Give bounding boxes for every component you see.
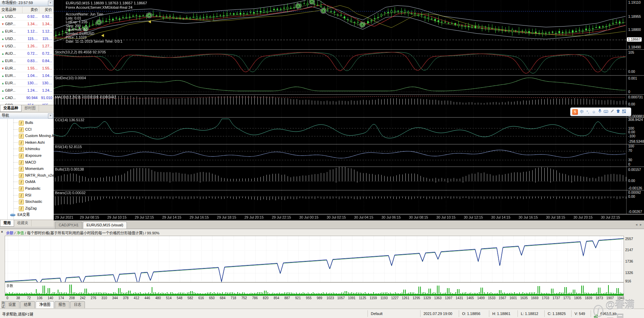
table-row[interactable]: ▲CAD...90.94491.010 — [0, 94, 54, 102]
sidebar-item-ZigZag[interactable]: fZigZag — [0, 205, 54, 212]
tab-EURUSD,M15 (visual)[interactable]: EURUSD,M15 (visual) — [83, 222, 127, 229]
pane-canvas[interactable] — [54, 167, 626, 190]
tab-设置[interactable]: 设置 — [5, 301, 19, 308]
table-row[interactable]: ▲AUD...0.72...0.72... — [0, 50, 54, 57]
tab-净值图[interactable]: 净值图 — [36, 301, 54, 308]
indicator-pane-cci[interactable]: CCI(14) 136.5132308.94241000.00-100-258.… — [54, 118, 644, 144]
sidebar-item-RSI[interactable]: fRSI — [0, 192, 54, 198]
up-arrow-icon: ▲ — [1, 80, 5, 87]
tester-axis-label: 820 — [263, 296, 268, 300]
lots-histogram-canvas[interactable] — [5, 283, 624, 296]
sidebar-item-iExposure[interactable]: fiExposure — [0, 152, 54, 159]
sidebar-item-Stochastic[interactable]: fStochastic — [0, 198, 54, 205]
price-scale[interactable]: 0.0010 — [626, 76, 644, 94]
table-row[interactable]: ▼GBP...1.34...1.34... — [0, 20, 54, 28]
sidebar-item-NRTR_Rosh_v2e[interactable]: fNRTR_Rosh_v2e — [0, 172, 54, 179]
sidebar-item-label: MACD — [25, 159, 36, 166]
sidebar-item-label: iExposure — [25, 152, 42, 159]
tester-axis-label: 38 — [16, 296, 20, 300]
pane-canvas[interactable] — [54, 95, 626, 117]
indicator-function-icon: f — [19, 121, 24, 126]
indicator-pane-bulls[interactable]: Bulls(13) 0.001380.001570.00-0.00126 — [54, 167, 644, 190]
close-icon[interactable]: × — [48, 113, 53, 119]
table-row[interactable]: ▲USD...115....115.... — [0, 35, 54, 43]
pane-canvas[interactable] — [54, 190, 626, 214]
balance-chart-canvas[interactable] — [5, 236, 624, 282]
price-scale[interactable]: 0.001570.00-0.00126 — [626, 167, 644, 190]
tab-日志[interactable]: 日志 — [70, 301, 85, 308]
sogou-logo-icon[interactable]: S — [572, 109, 578, 115]
keyboard-icon[interactable] — [604, 108, 608, 116]
tree-stub — [13, 201, 18, 202]
sidebar-item-Bulls[interactable]: fBulls — [0, 120, 54, 126]
indicator-label: RSI(14) 52.8115 — [55, 145, 82, 149]
sidebar-item-OsMA[interactable]: fOsMA — [0, 179, 54, 185]
indicator-pane-stddev[interactable]: StdDev(10) 0.00040.0010 — [54, 76, 644, 95]
navigator-title-text: 导航 — [2, 113, 9, 118]
column-bid[interactable]: 卖价 — [22, 6, 39, 13]
tab-scroll-right-icon[interactable]: ► — [639, 223, 642, 226]
column-symbol[interactable]: 交易品种 — [0, 6, 22, 13]
ea-info-line: Date: 11-11-2019 Server Time: 0:0:1 — [66, 39, 122, 43]
close-icon[interactable]: × — [48, 1, 53, 6]
table-row[interactable]: ▲USD...0.92...0.92... — [0, 13, 54, 20]
column-ask[interactable]: 买价 — [39, 6, 54, 13]
table-row[interactable]: ▲EUR...130....130.... — [0, 80, 54, 87]
table-row[interactable]: ▲EUR...1.04...1.04... — [0, 72, 54, 80]
sidebar-item-MACD[interactable]: fMACD — [0, 159, 54, 166]
lots-histogram-pane[interactable]: 手数 — [5, 282, 624, 296]
market-watch-tabs: 交易品种即时图 — [0, 105, 54, 112]
tab-CADJPY,H1[interactable]: CADJPY,H1 — [55, 222, 82, 229]
price-scale[interactable]: 308.94241000.00-100-258.5348 — [626, 118, 644, 144]
chart-area[interactable]: 1.191101.189551.188001.184901.18667Stoch… — [54, 0, 644, 229]
toolbox-grid-icon[interactable] — [622, 108, 626, 116]
pane-canvas[interactable] — [54, 50, 626, 75]
tab-结果[interactable]: 结果 — [20, 301, 35, 308]
symbol-cell: ▲GBP... — [0, 87, 22, 94]
chinese-mode-icon[interactable]: 中 — [580, 108, 584, 116]
table-row[interactable]: ▼EUR...1.55...1.55... — [0, 65, 54, 72]
pane-canvas[interactable] — [54, 0, 626, 49]
price-scale[interactable]: 0.000920.00-0.00267 — [626, 190, 644, 214]
table-row[interactable]: ▲EUR...0.83...0.84... — [0, 57, 54, 65]
table-row[interactable]: ▲GBP...1.24...1.24... — [0, 87, 54, 94]
sidebar-item-Momentum[interactable]: fMomentum — [0, 166, 54, 172]
indicator-pane-bears[interactable]: Bears(13) 0.000320.000920.00-0.00267 — [54, 190, 644, 214]
table-row[interactable]: ▲EUR...1.12...1.12... — [0, 28, 54, 35]
punctuation-icon[interactable]: °, — [586, 108, 590, 116]
microphone-icon[interactable] — [598, 108, 602, 116]
indicator-pane-macd[interactable]: MACD(12,26,9) -0.000199 -0.0004430.00073… — [54, 95, 644, 118]
sidebar-item-Heiken Ashi[interactable]: fHeiken Ashi — [0, 139, 54, 146]
sidebar-item-ea[interactable]: EA交易 — [0, 212, 54, 218]
balance-chart-pane[interactable] — [5, 236, 624, 282]
tab-交易品种[interactable]: 交易品种 — [0, 105, 21, 112]
pane-canvas[interactable] — [54, 144, 626, 167]
tester-axis-label: 887 — [284, 296, 290, 300]
table-row[interactable]: ▼USD...1.26...1.27... — [0, 43, 54, 50]
indicator-pane-price[interactable]: 1.191101.189551.188001.184901.18667 — [54, 0, 644, 50]
tab-即时图[interactable]: 即时图 — [21, 105, 39, 111]
indicator-pane-stoch[interactable]: Stoch(10,2,2) 89.4558 92.97051050.00 — [54, 50, 644, 76]
sidebar-item-Custom Moving Average[interactable]: fCustom Moving Average — [0, 133, 54, 139]
close-icon[interactable]: × — [1, 230, 3, 234]
tester-axis-label: 1295 — [413, 296, 420, 300]
time-axis-label: 30 Jul 18:15 — [546, 215, 565, 219]
sidebar-item-Parabolic[interactable]: fParabolic — [0, 185, 54, 192]
skin-icon[interactable] — [616, 108, 620, 116]
tab-收藏夹[interactable]: 收藏夹 — [14, 220, 32, 226]
sidebar-item-Ichimoku[interactable]: fIchimoku — [0, 146, 54, 152]
price-scale[interactable]: 1.191101.189551.188001.184901.18667 — [626, 0, 644, 49]
price-scale[interactable]: 10070300 — [626, 144, 644, 167]
legend-desc: 每个即时价格(基于所有可利用的最小时段的每一个价格的分形插值计算) — [27, 231, 144, 235]
tab-scroll-left-icon[interactable]: ◄ — [635, 223, 638, 226]
tab-报告[interactable]: 报告 — [55, 301, 69, 308]
indicator-pane-rsi[interactable]: RSI(14) 52.811510070300 — [54, 144, 644, 167]
tab-常用[interactable]: 常用 — [0, 220, 14, 227]
emoticon-icon[interactable]: ☺ — [592, 108, 596, 116]
sidebar-item-CCI[interactable]: fCCI — [0, 126, 54, 133]
pane-canvas[interactable] — [54, 118, 626, 144]
price-scale[interactable]: 1050.00 — [626, 50, 644, 75]
pane-canvas[interactable] — [54, 76, 626, 94]
handwriting-icon[interactable] — [610, 108, 614, 116]
tester-axis-label: 786 — [252, 296, 258, 300]
